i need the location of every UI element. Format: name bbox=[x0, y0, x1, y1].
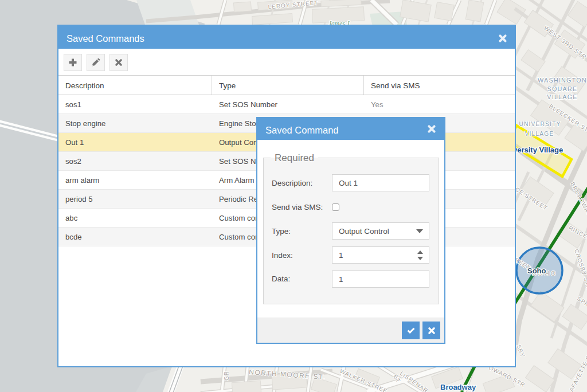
svg-text:UNIVERSITY: UNIVERSITY bbox=[519, 121, 561, 127]
svg-text:Broadway: Broadway bbox=[440, 383, 476, 391]
svg-text:SQUARE: SQUARE bbox=[547, 85, 578, 92]
svg-text:GR: GR bbox=[224, 371, 230, 381]
svg-text:VILLAGE: VILLAGE bbox=[525, 131, 554, 137]
svg-text:VILLAGE: VILLAGE bbox=[547, 93, 577, 100]
svg-text:WASHINGTON: WASHINGTON bbox=[538, 77, 587, 84]
svg-text:Soho: Soho bbox=[527, 266, 546, 275]
